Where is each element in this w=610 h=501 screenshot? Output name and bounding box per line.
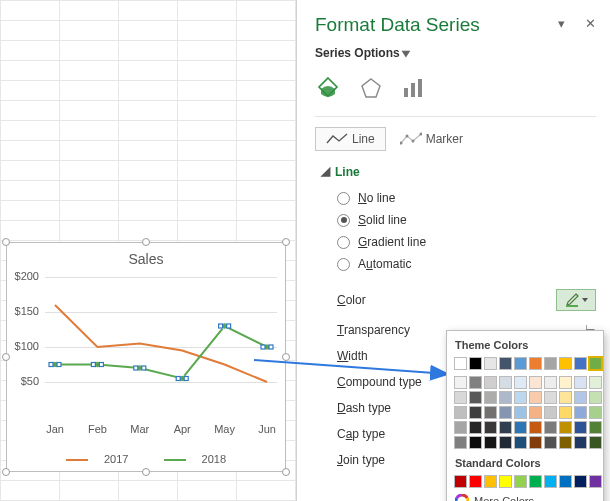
series-options-category-icon[interactable] xyxy=(399,74,427,102)
color-swatch[interactable] xyxy=(559,421,572,434)
color-swatch[interactable] xyxy=(559,406,572,419)
color-swatch[interactable] xyxy=(499,357,512,370)
color-swatch[interactable] xyxy=(544,357,557,370)
color-picker-button[interactable] xyxy=(556,289,596,311)
color-swatch[interactable] xyxy=(544,421,557,434)
color-swatch[interactable] xyxy=(499,421,512,434)
color-swatch[interactable] xyxy=(589,421,602,434)
more-colors-button[interactable]: More Colors... xyxy=(453,489,597,501)
color-swatch[interactable] xyxy=(529,421,542,434)
series-2018[interactable] xyxy=(55,326,267,379)
color-swatch[interactable] xyxy=(499,436,512,449)
color-swatch[interactable] xyxy=(559,436,572,449)
color-swatch[interactable] xyxy=(499,376,512,389)
color-swatch[interactable] xyxy=(454,357,467,370)
color-swatch[interactable] xyxy=(469,436,482,449)
close-icon[interactable]: ✕ xyxy=(585,16,596,31)
color-swatch[interactable] xyxy=(574,475,587,488)
color-swatch[interactable] xyxy=(469,357,482,370)
tab-line[interactable]: Line xyxy=(315,127,386,151)
color-swatch[interactable] xyxy=(469,475,482,488)
color-swatch[interactable] xyxy=(514,475,527,488)
chart-title[interactable]: Sales xyxy=(7,243,285,267)
color-swatch[interactable] xyxy=(499,391,512,404)
color-swatch[interactable] xyxy=(484,357,497,370)
chart-plot-area[interactable]: $50$100$150$200 JanFebMarAprMayJun xyxy=(45,277,277,417)
chart-legend[interactable]: 2017 2018 xyxy=(7,453,285,465)
resize-handle[interactable] xyxy=(2,238,10,246)
color-swatch[interactable] xyxy=(589,406,602,419)
color-swatch[interactable] xyxy=(574,391,587,404)
color-swatch[interactable] xyxy=(454,376,467,389)
color-swatch[interactable] xyxy=(484,406,497,419)
color-swatch[interactable] xyxy=(469,421,482,434)
chart-object[interactable]: Sales $50$100$150$200 JanFebMarAprMayJun… xyxy=(6,242,286,472)
color-swatch[interactable] xyxy=(499,406,512,419)
color-swatch[interactable] xyxy=(589,475,602,488)
pane-dropdown-icon[interactable]: ▾ xyxy=(558,16,565,31)
resize-handle[interactable] xyxy=(282,238,290,246)
color-swatch[interactable] xyxy=(469,391,482,404)
resize-handle[interactable] xyxy=(2,353,10,361)
color-swatch[interactable] xyxy=(454,475,467,488)
color-swatch[interactable] xyxy=(559,376,572,389)
resize-handle[interactable] xyxy=(142,468,150,476)
section-line-header[interactable]: ◢Line xyxy=(315,161,596,187)
color-swatch[interactable] xyxy=(589,357,602,370)
radio-automatic[interactable]: Automatic xyxy=(337,253,596,275)
series-options-dropdown[interactable]: Series Options▾ xyxy=(315,46,596,70)
color-swatch[interactable] xyxy=(454,421,467,434)
resize-handle[interactable] xyxy=(142,238,150,246)
color-swatch[interactable] xyxy=(514,376,527,389)
color-swatch[interactable] xyxy=(529,475,542,488)
color-swatch[interactable] xyxy=(529,436,542,449)
color-swatch[interactable] xyxy=(544,376,557,389)
radio-solid-line[interactable]: Solid line xyxy=(337,209,596,231)
color-swatch[interactable] xyxy=(574,406,587,419)
color-swatch[interactable] xyxy=(559,475,572,488)
color-swatch[interactable] xyxy=(544,406,557,419)
color-swatch[interactable] xyxy=(574,436,587,449)
color-swatch[interactable] xyxy=(469,376,482,389)
color-swatch[interactable] xyxy=(454,406,467,419)
series-2017[interactable] xyxy=(55,305,267,382)
legend-item[interactable]: 2018 xyxy=(202,453,226,465)
resize-handle[interactable] xyxy=(2,468,10,476)
color-swatch[interactable] xyxy=(454,436,467,449)
color-swatch[interactable] xyxy=(529,391,542,404)
color-swatch[interactable] xyxy=(559,391,572,404)
radio-gradient-line[interactable]: Gradient line xyxy=(337,231,596,253)
color-swatch[interactable] xyxy=(529,406,542,419)
legend-item[interactable]: 2017 xyxy=(104,453,128,465)
color-swatch[interactable] xyxy=(589,391,602,404)
color-swatch[interactable] xyxy=(514,436,527,449)
color-swatch[interactable] xyxy=(574,421,587,434)
color-swatch[interactable] xyxy=(529,376,542,389)
color-swatch[interactable] xyxy=(514,406,527,419)
tab-marker[interactable]: Marker xyxy=(390,127,473,151)
color-swatch[interactable] xyxy=(484,475,497,488)
fill-line-category-icon[interactable] xyxy=(315,74,343,102)
color-swatch[interactable] xyxy=(544,436,557,449)
color-swatch[interactable] xyxy=(469,406,482,419)
color-swatch[interactable] xyxy=(499,475,512,488)
resize-handle[interactable] xyxy=(282,353,290,361)
color-swatch[interactable] xyxy=(574,376,587,389)
effects-category-icon[interactable] xyxy=(357,74,385,102)
color-swatch[interactable] xyxy=(484,436,497,449)
radio-no-line[interactable]: No line xyxy=(337,187,596,209)
color-swatch[interactable] xyxy=(514,357,527,370)
color-swatch[interactable] xyxy=(514,421,527,434)
color-swatch[interactable] xyxy=(574,357,587,370)
color-swatch[interactable] xyxy=(514,391,527,404)
resize-handle[interactable] xyxy=(282,468,290,476)
color-swatch[interactable] xyxy=(559,357,572,370)
color-swatch[interactable] xyxy=(544,391,557,404)
color-swatch[interactable] xyxy=(454,391,467,404)
color-swatch[interactable] xyxy=(544,475,557,488)
color-swatch[interactable] xyxy=(589,376,602,389)
color-swatch[interactable] xyxy=(484,391,497,404)
color-swatch[interactable] xyxy=(589,436,602,449)
color-swatch[interactable] xyxy=(484,376,497,389)
color-swatch[interactable] xyxy=(529,357,542,370)
